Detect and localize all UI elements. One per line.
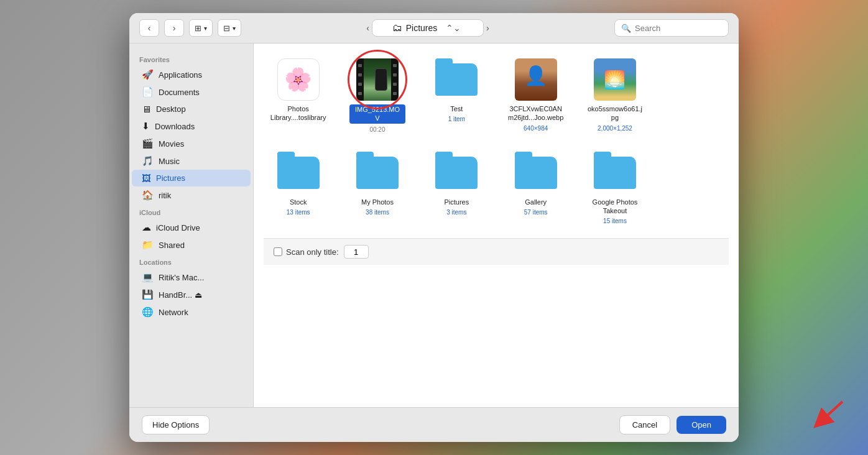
file-name: 3CFLXvwEC0ANm26jtd...Joo.webp [508, 104, 564, 122]
sidebar-item-downloads[interactable]: ⬇ Downloads [132, 117, 251, 135]
sidebar-item-network[interactable]: 🌐 Network [132, 303, 251, 321]
location-pill[interactable]: 🗂 Pictures ⌃⌄ [372, 19, 484, 37]
strip-hole [393, 92, 397, 95]
file-grid-row1: 🌸 Photos Library....toslibrary [264, 53, 729, 137]
strip-hole [393, 64, 397, 67]
location-forward-icon[interactable]: › [484, 23, 492, 33]
dialog-footer: Hide Options Cancel Open [129, 407, 739, 442]
chevron-down-icon2: ▾ [233, 25, 236, 32]
folder-icon [356, 157, 399, 189]
folder-icon [435, 63, 478, 96]
desktop-icon: 🖥 [142, 104, 151, 114]
file-meta: 2,000×1,252 [598, 125, 632, 132]
search-box[interactable]: 🔍 [614, 19, 729, 37]
downloads-icon: ⬇ [142, 121, 150, 132]
file-icon-wrap [276, 150, 321, 195]
file-icon-wrap [593, 150, 637, 195]
strip-hole [393, 83, 397, 86]
drive-icon: 💾 [142, 289, 154, 300]
list-item[interactable]: Test 1 item [422, 53, 491, 137]
file-icon-wrap: 🌸 [276, 57, 321, 102]
list-item[interactable]: Stock 13 items [264, 147, 333, 229]
strip-hole [358, 73, 362, 76]
image-thumbnail [515, 58, 557, 101]
file-name: IMG_5213.MOV [349, 104, 405, 124]
file-duration: 00:20 [369, 126, 385, 133]
sidebar-item-label: Downloads [155, 122, 195, 131]
home-icon: 🏠 [142, 190, 154, 201]
file-icon-wrap [355, 57, 400, 102]
main-area: Favorites 🚀 Applications 📄 Documents 🖥 D… [129, 44, 739, 407]
phone-shape [375, 68, 387, 91]
file-icon-wrap [434, 150, 479, 195]
sidebar-item-ritik[interactable]: 🏠 ritik [132, 186, 251, 204]
music-icon: 🎵 [142, 155, 154, 167]
scan-only-title-checkbox[interactable] [274, 247, 282, 256]
strip-hole [358, 92, 362, 95]
file-name: Photos Library....toslibrary [270, 104, 326, 122]
sidebar-item-desktop[interactable]: 🖥 Desktop [132, 101, 251, 117]
list-item[interactable]: 🌸 Photos Library....toslibrary [264, 53, 333, 137]
location-dropdown-icon[interactable]: ⌃⌄ [443, 23, 463, 33]
list-item[interactable]: Gallery 57 items [501, 147, 570, 229]
sidebar-item-applications[interactable]: 🚀 Applications [132, 66, 251, 83]
sidebar-item-documents[interactable]: 📄 Documents [132, 83, 251, 101]
photos-library-icon: 🌸 [277, 58, 320, 101]
sidebar-item-label: Ritik's Mac... [159, 273, 204, 282]
location-back-icon[interactable]: ‹ [364, 23, 372, 33]
open-button[interactable]: Open [676, 416, 726, 434]
movies-icon: 🎬 [142, 138, 154, 149]
list-item[interactable]: 3CFLXvwEC0ANm26jtd...Joo.webp 640×984 [501, 53, 570, 137]
video-strip-right [391, 58, 399, 101]
back-button[interactable]: ‹ [139, 19, 159, 37]
sidebar-item-pictures[interactable]: 🖼 Pictures [132, 170, 251, 186]
applications-icon: 🚀 [142, 69, 154, 80]
sidebar-item-label: Network [159, 308, 188, 317]
folder-icon [435, 157, 478, 189]
icloud-drive-icon: ☁ [142, 222, 151, 233]
hide-options-button[interactable]: Hide Options [142, 415, 210, 434]
view-group-button[interactable]: ⊟ ▾ [218, 19, 241, 37]
locations-label: Locations [129, 254, 253, 269]
forward-button[interactable]: › [164, 19, 184, 37]
file-name: My Photos [361, 198, 394, 206]
location-bar: ‹ 🗂 Pictures ⌃⌄ › [246, 19, 609, 37]
file-icon-wrap [355, 150, 400, 195]
scan-title-input[interactable] [344, 245, 369, 259]
search-input[interactable] [635, 24, 722, 33]
network-icon: 🌐 [142, 306, 154, 318]
file-icon-wrap: 🌅 [593, 57, 637, 102]
sidebar-item-label: iCloud Drive [156, 223, 200, 232]
open-file-dialog: ‹ › ⊞ ▾ ⊟ ▾ ‹ 🗂 Pictures ⌃⌄ › 🔍 Favorite [129, 13, 739, 442]
list-item[interactable]: Google Photos Takeout 15 items [580, 147, 649, 229]
sidebar-item-ritiks-mac[interactable]: 💻 Ritik's Mac... [132, 269, 251, 286]
sidebar-item-music[interactable]: 🎵 Music [132, 152, 251, 170]
view-icon-button[interactable]: ⊞ ▾ [189, 19, 213, 37]
sidebar-item-label: Pictures [156, 173, 185, 183]
file-meta: 15 items [603, 218, 627, 224]
sidebar-item-movies[interactable]: 🎬 Movies [132, 135, 251, 152]
pictures-folder-icon: 🗂 [392, 22, 402, 34]
file-icon-wrap [434, 57, 479, 102]
video-strip-left [356, 58, 364, 101]
folder-icon [515, 157, 557, 189]
file-meta: 640×984 [524, 125, 548, 132]
icloud-label: iCloud [129, 204, 253, 219]
sidebar: Favorites 🚀 Applications 📄 Documents 🖥 D… [129, 44, 254, 407]
sidebar-item-shared[interactable]: 📁 Shared [132, 236, 251, 254]
favorites-label: Favorites [129, 51, 253, 66]
file-name: Gallery [525, 198, 547, 206]
list-item[interactable]: 🌅 oko5ssmow6o61.jpg 2,000×1,252 [580, 53, 649, 137]
sidebar-item-handbr[interactable]: 💾 HandBr... ⏏ [132, 286, 251, 303]
sidebar-item-label: Music [159, 157, 180, 166]
list-item[interactable]: IMG_5213.MOV 00:20 [343, 53, 412, 137]
scan-only-title-label: Scan only title: [286, 247, 339, 257]
video-thumbnail [356, 58, 399, 101]
list-item[interactable]: Pictures 3 items [422, 147, 491, 229]
sidebar-item-icloud-drive[interactable]: ☁ iCloud Drive [132, 219, 251, 236]
folder-icon [594, 157, 636, 189]
file-icon-wrap [514, 150, 558, 195]
list-item[interactable]: My Photos 38 items [343, 147, 412, 229]
toolbar: ‹ › ⊞ ▾ ⊟ ▾ ‹ 🗂 Pictures ⌃⌄ › 🔍 [129, 13, 739, 44]
cancel-button[interactable]: Cancel [619, 415, 670, 434]
